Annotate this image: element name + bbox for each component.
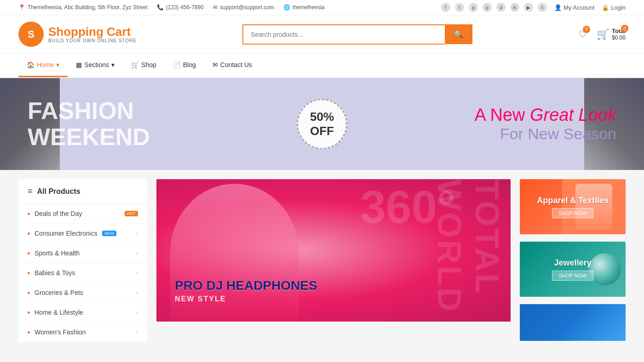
- lock-icon: 🔒: [602, 4, 609, 11]
- product-hero-banner: 360° TOTAL WORLD PRO DJ HEADPHONES NEW S…: [156, 179, 511, 322]
- promo-card-apparel[interactable]: Apparel & Textiles SHOP NOW: [520, 179, 626, 234]
- hero-headline: PRO DJ HEADPHONES: [175, 279, 317, 293]
- blog-nav-icon: 📄: [173, 61, 181, 68]
- hot-badge: HOT: [125, 211, 138, 216]
- search-area: 🔍: [242, 24, 472, 45]
- sidebar-item-home[interactable]: Home & Lifestyle ›: [18, 303, 147, 322]
- sidebar-dot: [28, 252, 30, 255]
- hero-headline-area: PRO DJ HEADPHONES NEW STYLE: [175, 279, 317, 303]
- hero-subline: NEW STYLE: [175, 295, 317, 303]
- menu-icon: ≡: [28, 187, 33, 196]
- navbar: 🏠 Home ▾ ▦ Sections ▾ 🛒 Shop 📄 Blog ✉ Co…: [0, 54, 644, 78]
- hero-banner: FASHION WEEKEND 50% OFF A New Great Look…: [0, 78, 644, 170]
- nav-item-blog[interactable]: 📄 Blog: [165, 54, 204, 77]
- sidebar-dot: [28, 272, 30, 274]
- topbar-address: 📍 Themefreesia, Abc Building, 5th Floor,…: [18, 4, 148, 11]
- topbar-website: 🌐 themefreesia: [283, 4, 324, 11]
- logo-text: Shopping Cart BUILD YOUR OWN ONLINE STOR…: [48, 25, 137, 44]
- location-icon: 📍: [18, 4, 25, 11]
- chevron-down-icon: ▾: [56, 61, 59, 68]
- twitter-icon[interactable]: t: [455, 3, 464, 12]
- banner-left-text: FASHION WEEKEND: [28, 98, 150, 150]
- topbar-phone: 📞 (123) 456-7890: [157, 4, 204, 11]
- promo-card-jewellery[interactable]: Jewellery SHOP NOW: [520, 242, 626, 297]
- main-content: ≡ All Products Deals of the Day HOT Cons…: [0, 170, 644, 351]
- wishlist-badge: 0: [583, 26, 590, 33]
- nav-item-sections[interactable]: ▦ Sections ▾: [68, 54, 123, 77]
- chevron-right-icon: ›: [136, 250, 138, 256]
- banner-discount-circle: 50% OFF: [297, 99, 347, 149]
- sidebar-dot: [28, 311, 30, 314]
- banner-right-text: A New Great Look For New Season: [475, 105, 616, 143]
- logo-icon: S: [18, 22, 44, 47]
- search-input[interactable]: [242, 24, 445, 45]
- home-nav-icon: 🏠: [27, 61, 34, 68]
- chevron-right-icon: ›: [136, 230, 138, 237]
- sidebar-dot: [28, 232, 30, 235]
- logo-subtitle: BUILD YOUR OWN ONLINE STORE: [48, 38, 137, 43]
- apparel-shop-btn[interactable]: SHOP NOW: [552, 208, 594, 218]
- jewellery-shop-btn[interactable]: SHOP NOW: [552, 271, 594, 281]
- chevron-right-icon: ›: [136, 270, 138, 276]
- sidebar-item-womens[interactable]: Women's Fashion ›: [18, 322, 147, 342]
- email-icon: ✉: [213, 4, 218, 11]
- topbar-email: ✉ support@support.com: [213, 4, 274, 11]
- cart-badge: 0: [621, 25, 628, 32]
- new-badge: NEW: [102, 231, 116, 236]
- sidebar: ≡ All Products Deals of the Day HOT Cons…: [18, 179, 147, 342]
- sidebar-title: All Products: [37, 187, 80, 196]
- sidebar-item-electronics[interactable]: Consumer Electronics NEW ›: [18, 224, 147, 243]
- facebook-icon[interactable]: f: [441, 3, 450, 12]
- contact-nav-icon: ✉: [213, 61, 218, 68]
- nav-item-home[interactable]: 🏠 Home ▾: [18, 54, 68, 77]
- cart-icon: 🛒: [597, 28, 609, 40]
- globe-icon: 🌐: [283, 4, 290, 11]
- nav-item-shop[interactable]: 🛒 Shop: [123, 54, 165, 77]
- topbar: 📍 Themefreesia, Abc Building, 5th Floor,…: [0, 0, 644, 15]
- jewellery-card-content: Jewellery SHOP NOW: [545, 251, 601, 288]
- social-icons: f t g p d in ▶ li: [441, 3, 547, 12]
- youtube-icon[interactable]: ▶: [524, 3, 533, 12]
- my-account-link[interactable]: 👤 My Account: [554, 4, 594, 11]
- header-right: ♡ 0 🛒 0 Total $0.00: [578, 28, 626, 41]
- instagram-icon[interactable]: in: [510, 3, 519, 12]
- promo-card-blue[interactable]: [520, 304, 626, 341]
- chevron-right-icon: ›: [136, 329, 138, 335]
- nav-item-contact[interactable]: ✉ Contact Us: [204, 54, 260, 77]
- apparel-card-content: Apparel & Textiles SHOP NOW: [529, 188, 616, 226]
- right-panels: Apparel & Textiles SHOP NOW Jewellery SH…: [520, 179, 626, 342]
- cart-button[interactable]: 🛒 0 Total $0.00: [597, 28, 626, 41]
- sidebar-item-sports[interactable]: Sports & Health ›: [18, 243, 147, 263]
- sections-nav-icon: ▦: [76, 61, 82, 68]
- wishlist-button[interactable]: ♡ 0: [578, 28, 587, 40]
- user-icon: 👤: [554, 4, 562, 11]
- chevron-right-icon: ›: [136, 309, 138, 316]
- hero-side-text: TOTAL WORLD: [431, 179, 506, 322]
- center-panel: 360° TOTAL WORLD PRO DJ HEADPHONES NEW S…: [156, 179, 511, 342]
- sidebar-header: ≡ All Products: [18, 179, 147, 204]
- logo[interactable]: S Shopping Cart BUILD YOUR OWN ONLINE ST…: [18, 22, 137, 47]
- phone-icon: 📞: [157, 4, 164, 11]
- logo-title: Shopping Cart: [48, 25, 137, 39]
- sidebar-dot: [28, 213, 30, 215]
- google-icon[interactable]: g: [469, 3, 478, 12]
- jewellery-title: Jewellery: [552, 258, 594, 268]
- chevron-right-icon: ›: [136, 289, 138, 296]
- pinterest-icon[interactable]: p: [483, 3, 492, 12]
- apparel-title: Apparel & Textiles: [537, 196, 609, 205]
- linkedin-icon[interactable]: li: [538, 3, 547, 12]
- chevron-down-icon: ▾: [111, 61, 115, 68]
- sidebar-dot: [28, 331, 30, 334]
- sidebar-dot: [28, 292, 30, 294]
- search-button[interactable]: 🔍: [445, 24, 472, 44]
- dribbble-icon[interactable]: d: [496, 3, 506, 12]
- header: S Shopping Cart BUILD YOUR OWN ONLINE ST…: [0, 15, 644, 54]
- banner-inner: FASHION WEEKEND 50% OFF A New Great Look…: [0, 78, 644, 170]
- login-link[interactable]: 🔒 Login: [602, 4, 626, 11]
- topbar-contact-info: 📍 Themefreesia, Abc Building, 5th Floor,…: [18, 4, 324, 11]
- topbar-right: f t g p d in ▶ li 👤 My Account 🔒 Login: [441, 3, 626, 12]
- search-icon: 🔍: [454, 30, 463, 38]
- sidebar-item-deals[interactable]: Deals of the Day HOT: [18, 204, 147, 224]
- sidebar-item-groceries[interactable]: Groceries & Pets ›: [18, 283, 147, 303]
- sidebar-item-babies[interactable]: Babies & Toys ›: [18, 263, 147, 283]
